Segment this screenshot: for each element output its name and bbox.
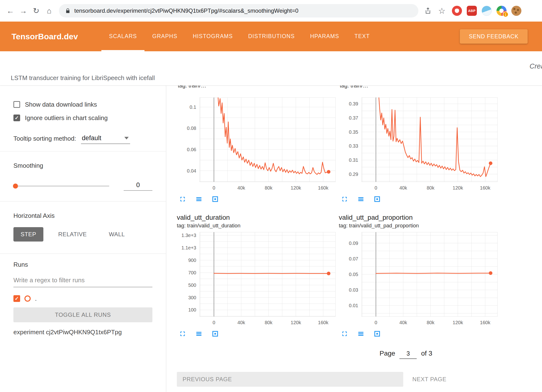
run-row[interactable]: ✓ . <box>13 295 152 302</box>
svg-text:0: 0 <box>213 185 215 190</box>
extension-abp-icon[interactable]: ABP <box>467 6 477 16</box>
chart-title: valid_utt_duration <box>177 213 337 222</box>
share-icon[interactable] <box>424 7 432 15</box>
tooltip-sorting-value: default <box>82 134 101 142</box>
fit-domain-icon[interactable] <box>210 329 220 339</box>
chart-tag: tag: train/valid_utt_pad_proportion <box>339 222 499 229</box>
svg-text:0.31: 0.31 <box>349 157 358 163</box>
back-icon[interactable]: ← <box>4 4 17 17</box>
previous-page-button[interactable]: PREVIOUS PAGE <box>177 372 403 387</box>
charts-area: tag: train/…040k80k120k160k0.040.060.080… <box>166 86 542 392</box>
fullscreen-icon[interactable] <box>178 194 187 204</box>
address-bar[interactable]: tensorboard.dev/experiment/cj2vtPiwQHKN9… <box>59 4 418 17</box>
svg-text:0.08: 0.08 <box>187 126 196 131</box>
url-text: tensorboard.dev/experiment/cj2vtPiwQHKN9… <box>74 7 298 14</box>
svg-text:80k: 80k <box>427 320 435 325</box>
svg-text:300: 300 <box>188 295 196 300</box>
fullscreen-icon[interactable] <box>340 194 349 204</box>
chart-toolbar <box>340 194 499 204</box>
svg-text:0.39: 0.39 <box>349 101 358 106</box>
svg-text:100: 100 <box>188 307 196 312</box>
svg-text:1.3e+3: 1.3e+3 <box>181 233 196 238</box>
svg-text:120k: 120k <box>453 185 463 190</box>
svg-text:80k: 80k <box>265 185 273 190</box>
extension-cookie-icon[interactable] <box>511 6 521 16</box>
bookmark-star-icon[interactable]: ☆ <box>437 6 447 16</box>
svg-text:0.03: 0.03 <box>349 287 358 293</box>
tab-histograms[interactable]: HISTOGRAMS <box>185 22 240 51</box>
fullscreen-icon[interactable] <box>340 329 349 339</box>
tab-graphs[interactable]: GRAPHS <box>144 22 185 51</box>
show-download-links-row[interactable]: Show data download links <box>13 101 152 108</box>
chrome-toolbar: ☆ ABP 1 <box>424 6 521 16</box>
ignore-outliers-checkbox[interactable]: ✓ <box>13 115 20 121</box>
fit-domain-icon[interactable] <box>372 329 382 339</box>
chart-tag: tag: train/valid_utt_duration <box>177 222 337 229</box>
run-checkbox[interactable]: ✓ <box>13 295 20 302</box>
ignore-outliers-label: Ignore outliers in chart scaling <box>25 114 108 122</box>
clipped-chart-tag: tag: train/… <box>339 86 499 90</box>
svg-text:0.06: 0.06 <box>187 147 196 152</box>
brand-logo[interactable]: TensorBoard.dev <box>12 22 101 51</box>
divider <box>0 254 166 254</box>
fit-domain-icon[interactable] <box>210 194 220 204</box>
padlock-icon <box>65 8 70 13</box>
home-icon[interactable]: ⌂ <box>43 4 56 17</box>
next-page-button[interactable]: NEXT PAGE <box>412 376 446 383</box>
tooltip-sorting-label: Tooltip sorting method: <box>13 135 76 144</box>
chart-plot-clipped-2: 040k80k120k160k0.290.310.330.350.370.39 <box>339 96 499 192</box>
menu-lines-icon[interactable] <box>356 194 366 204</box>
show-download-links-checkbox[interactable] <box>13 101 20 108</box>
charts-row-1: tag: train/…040k80k120k160k0.040.060.080… <box>177 86 542 204</box>
smoothing-slider-thumb[interactable] <box>13 184 18 189</box>
axis-wall-button[interactable]: WALL <box>102 227 132 242</box>
refresh-icon[interactable]: ↻ <box>30 4 43 17</box>
chart-card-valid_utt_duration: valid_utt_durationtag: train/valid_utt_d… <box>177 213 337 339</box>
tab-hparams[interactable]: HPARAMS <box>302 22 347 51</box>
smoothing-value-field[interactable]: 0 <box>124 181 152 191</box>
menu-lines-icon[interactable] <box>356 329 366 339</box>
fullscreen-icon[interactable] <box>178 329 187 339</box>
svg-text:1.1e+3: 1.1e+3 <box>181 245 196 250</box>
ignore-outliers-row[interactable]: ✓ Ignore outliers in chart scaling <box>13 114 152 121</box>
forward-icon[interactable]: → <box>17 4 30 17</box>
svg-text:0.29: 0.29 <box>349 172 358 177</box>
chevron-down-icon <box>124 137 129 139</box>
page-number-input[interactable] <box>399 350 417 359</box>
tab-text[interactable]: TEXT <box>347 22 377 51</box>
svg-text:120k: 120k <box>453 320 463 325</box>
tab-distributions[interactable]: DISTRIBUTIONS <box>241 22 303 51</box>
runs-filter-input[interactable] <box>13 276 152 287</box>
menu-lines-icon[interactable] <box>194 194 204 204</box>
menu-lines-icon[interactable] <box>194 329 204 339</box>
axis-step-button[interactable]: STEP <box>13 227 43 242</box>
svg-text:900: 900 <box>188 258 196 263</box>
tooltip-sorting-dropdown[interactable]: default <box>81 134 130 144</box>
tab-scalars[interactable]: SCALARS <box>101 22 144 51</box>
chart-toolbar <box>178 329 337 339</box>
svg-text:0.33: 0.33 <box>349 143 358 149</box>
chart-plot-valid_utt_pad_proportion: 040k80k120k160k0.010.030.050.070.09 <box>339 230 499 327</box>
svg-text:0.09: 0.09 <box>349 241 358 246</box>
subheader: Crea LSTM transducer training for LibriS… <box>0 51 542 86</box>
extension-pie-icon[interactable]: 1 <box>496 6 507 16</box>
axis-relative-button[interactable]: RELATIVE <box>51 227 94 242</box>
svg-text:0.04: 0.04 <box>187 168 196 173</box>
svg-text:40k: 40k <box>237 320 245 325</box>
smoothing-slider[interactable] <box>13 186 109 186</box>
send-feedback-button[interactable]: SEND FEEDBACK <box>460 29 528 44</box>
browser-chrome: ← → ↻ ⌂ tensorboard.dev/experiment/cj2vt… <box>0 0 542 22</box>
extension-adblock-icon[interactable] <box>452 6 462 16</box>
fit-domain-icon[interactable] <box>372 194 382 204</box>
settings-sidebar: Show data download links ✓ Ignore outlie… <box>0 86 166 392</box>
toggle-all-runs-button[interactable]: TOGGLE ALL RUNS <box>13 307 152 322</box>
svg-text:120k: 120k <box>291 320 301 325</box>
svg-text:40k: 40k <box>237 185 245 190</box>
chart-title: valid_utt_pad_proportion <box>339 213 499 222</box>
svg-text:0: 0 <box>375 320 377 325</box>
extension-blue-icon[interactable] <box>482 6 492 16</box>
svg-text:120k: 120k <box>291 185 301 190</box>
svg-text:0.07: 0.07 <box>349 256 358 261</box>
svg-text:160k: 160k <box>480 185 490 190</box>
charts-row-2: valid_utt_durationtag: train/valid_utt_d… <box>177 213 542 339</box>
